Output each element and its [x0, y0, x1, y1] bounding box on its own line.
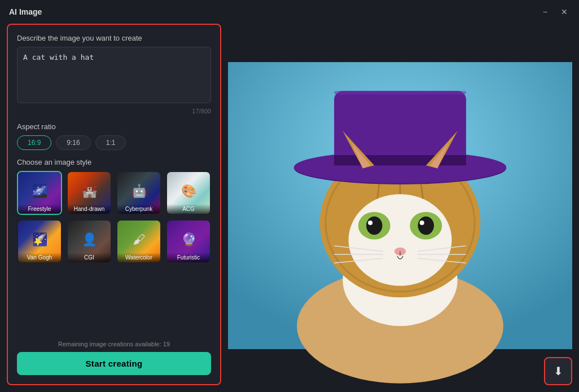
style-acg[interactable]: ACG [166, 171, 211, 215]
svg-point-15 [420, 221, 424, 225]
svg-rect-28 [334, 91, 466, 94]
titlebar: AI Image − ✕ [0, 0, 579, 24]
style-futuristic[interactable]: Futuristic [166, 219, 211, 263]
aspect-btn-16-9[interactable]: 16:9 [17, 135, 51, 150]
generated-image [228, 26, 572, 385]
style-grid: Freestyle Hand-drawn Cyberpunk ACG Van G… [17, 171, 211, 263]
style-cyberpunk[interactable]: Cyberpunk [116, 171, 161, 215]
style-vangogh[interactable]: Van Gogh [17, 219, 62, 263]
style-label-freestyle: Freestyle [18, 204, 61, 214]
aspect-ratio-buttons: 16:9 9:16 1:1 [17, 135, 211, 150]
svg-point-9 [349, 194, 452, 286]
prompt-textarea[interactable]: A cat with a hat [17, 47, 211, 103]
image-container: ⬇ [228, 26, 572, 385]
char-count: 17/800 [17, 108, 211, 114]
minimize-button[interactable]: − [541, 7, 550, 17]
svg-rect-27 [334, 155, 466, 165]
style-freestyle[interactable]: Freestyle [17, 171, 62, 215]
style-label-cyberpunk: Cyberpunk [117, 204, 160, 214]
prompt-label: Describe the image you want to create [17, 34, 211, 42]
app-title: AI Image [9, 7, 42, 16]
close-button[interactable]: ✕ [559, 7, 570, 17]
start-creating-button[interactable]: Start creating [17, 352, 211, 375]
prompt-section: Describe the image you want to create A … [17, 34, 211, 114]
style-label-vangogh: Van Gogh [18, 253, 61, 262]
style-handdrawn[interactable]: Hand-drawn [67, 171, 112, 215]
svg-point-12 [366, 217, 382, 235]
style-label: Choose an image style [17, 158, 211, 166]
style-label-acg: ACG [167, 204, 210, 214]
style-label-futuristic: Futuristic [167, 253, 210, 262]
window-controls: − ✕ [541, 7, 570, 17]
bottom-section: Remaining image creations available: 19 … [17, 341, 211, 375]
svg-point-13 [418, 217, 434, 235]
aspect-btn-1-1[interactable]: 1:1 [95, 135, 126, 150]
left-panel: Describe the image you want to create A … [7, 24, 221, 385]
svg-point-14 [368, 221, 372, 225]
aspect-ratio-section: Aspect ratio 16:9 9:16 1:1 [17, 122, 211, 150]
style-label-handdrawn: Hand-drawn [68, 204, 111, 214]
main-content: Describe the image you want to create A … [0, 24, 579, 392]
style-label-watercolor: Watercolor [117, 253, 160, 262]
style-section: Choose an image style Freestyle Hand-dra… [17, 158, 211, 263]
aspect-ratio-label: Aspect ratio [17, 122, 211, 131]
download-button[interactable]: ⬇ [544, 357, 572, 385]
style-watercolor[interactable]: Watercolor [116, 219, 161, 263]
style-cgi[interactable]: CGI [67, 219, 112, 263]
download-icon: ⬇ [554, 364, 563, 378]
right-panel: ⬇ [228, 24, 572, 385]
remaining-text: Remaining image creations available: 19 [17, 341, 211, 347]
aspect-btn-9-16[interactable]: 9:16 [56, 135, 90, 150]
style-label-cgi: CGI [68, 253, 111, 262]
